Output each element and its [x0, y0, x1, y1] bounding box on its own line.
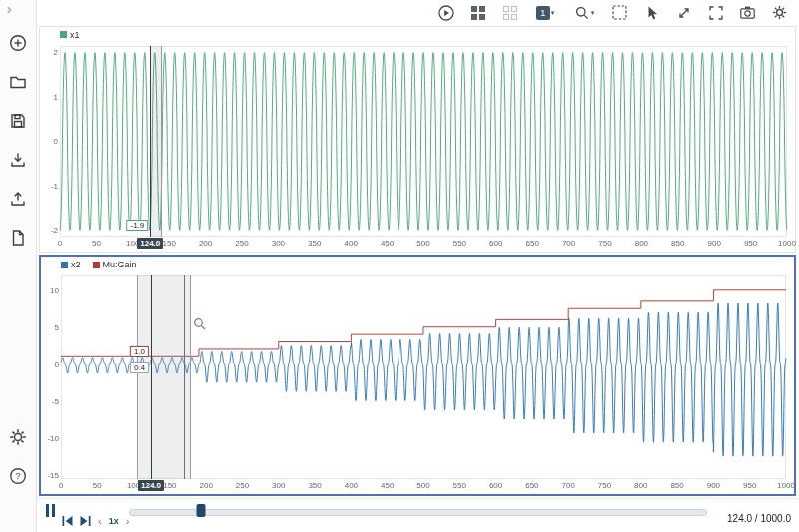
x-tick-label: 450: [381, 239, 394, 248]
cursor-value-badge: 1.0: [130, 346, 149, 357]
legend: x1: [60, 30, 80, 40]
y-tick-label: 0: [42, 137, 58, 146]
time-slider[interactable]: [129, 507, 707, 519]
x-tick-label: 850: [671, 239, 684, 248]
x-tick-label: 50: [92, 239, 101, 248]
app-window: ›: [0, 0, 799, 532]
secondary-cursor-line[interactable]: [184, 275, 185, 479]
step-controls: ‹ 1x ›: [62, 516, 129, 526]
speed-label[interactable]: 1x: [109, 516, 119, 526]
step-back-button[interactable]: [62, 516, 73, 526]
zoom-selection-band[interactable]: [137, 275, 191, 479]
step-forward-button[interactable]: [80, 516, 91, 526]
data-cursor-line[interactable]: [150, 46, 151, 237]
time-position-label: 124.0 / 1000.0: [727, 513, 791, 524]
settings-button[interactable]: [6, 425, 30, 449]
grid-layout-button[interactable]: [468, 3, 487, 22]
legend-swatch-icon: [93, 262, 100, 268]
grid-filled-icon: [470, 5, 486, 21]
zoom-selection-band[interactable]: [150, 46, 162, 237]
main-area: 1 ▾ ▾: [37, 0, 799, 532]
y-tick-label: -10: [43, 433, 59, 442]
slider-handle[interactable]: [196, 504, 205, 517]
slider-track[interactable]: [129, 509, 707, 516]
pause-button[interactable]: [46, 504, 55, 517]
chart-panel-x1[interactable]: x1 0501001502002503003504004505005506006…: [39, 26, 796, 253]
upload-icon: [8, 189, 28, 209]
data-cursor-line[interactable]: [151, 275, 152, 479]
speed-decrease-chevron[interactable]: ‹: [98, 516, 102, 526]
svg-text:?: ?: [15, 470, 20, 481]
legend-item[interactable]: x1: [60, 30, 80, 40]
x-tick-label: 650: [525, 481, 538, 490]
y-tick-label: -2: [42, 226, 58, 235]
play-circle-icon: [437, 4, 455, 22]
grid-outline-icon: [502, 5, 518, 21]
x-tick-label: 550: [453, 481, 466, 490]
display-select-button[interactable]: 1 ▾: [532, 3, 558, 22]
open-button[interactable]: [6, 70, 30, 94]
transport-bar: ‹ 1x › 124.0 / 1000.0: [37, 498, 799, 532]
x-tick-label: 0: [58, 239, 62, 248]
new-report-button[interactable]: [6, 226, 30, 250]
y-tick-label: 1: [42, 92, 58, 101]
y-tick-label: 0: [43, 359, 59, 368]
x-tick-label: 750: [598, 239, 611, 248]
x-tick-label: 950: [744, 239, 757, 248]
y-tick-label: 2: [42, 48, 58, 57]
legend-item[interactable]: Mu:Gain: [93, 260, 137, 269]
gear-icon: [771, 4, 788, 21]
x-tick-label: 350: [308, 239, 321, 248]
step-back-icon: [62, 516, 73, 526]
legend-swatch-icon: [60, 31, 67, 38]
legend: x2Mu:Gain: [61, 260, 137, 269]
folder-icon: [8, 72, 28, 92]
x-tick-label: 950: [743, 481, 756, 490]
x-tick-label: 800: [634, 481, 647, 490]
fullscreen-brackets-icon: [708, 5, 724, 21]
chevron-down-icon: ▾: [551, 9, 555, 17]
import-button[interactable]: [6, 148, 30, 172]
x-tick-label: 750: [598, 481, 611, 490]
chart-panel-x2-mu[interactable]: x2Mu:Gain 050100150200250300350400450500…: [39, 255, 796, 496]
collapse-panel-chevron-icon[interactable]: ›: [7, 2, 12, 16]
legend-label: x1: [70, 30, 80, 40]
plus-circle-icon: [8, 33, 28, 53]
floppy-save-icon: [8, 111, 28, 131]
legend-label: Mu:Gain: [103, 260, 137, 269]
step-forward-icon: [80, 516, 91, 526]
toolbar-settings-button[interactable]: [770, 3, 789, 22]
x-tick-label: 400: [345, 239, 358, 248]
x-tick-label: 500: [416, 239, 429, 248]
x-tick-label: 600: [489, 239, 502, 248]
display-number: 1: [536, 6, 550, 20]
expand-diagonal-button[interactable]: [674, 3, 693, 22]
top-toolbar: 1 ▾ ▾: [37, 0, 799, 26]
legend-item[interactable]: x2: [61, 260, 81, 269]
y-tick-label: -15: [43, 470, 59, 479]
x-tick-label: 450: [381, 481, 394, 490]
fit-to-view-button[interactable]: [610, 3, 629, 22]
zoom-options-button[interactable]: ▾: [571, 3, 597, 22]
x-tick-label: 350: [308, 481, 321, 490]
x-tick-label: 250: [236, 481, 249, 490]
pointer-tool-button[interactable]: [642, 3, 661, 22]
x-tick-label: 150: [163, 239, 176, 248]
legend-label: x2: [71, 260, 81, 269]
chevron-down-icon: ▾: [591, 9, 595, 17]
y-tick-label: 10: [43, 285, 59, 294]
snapshot-button[interactable]: [738, 3, 757, 22]
cursor-arrow-icon: [644, 5, 660, 21]
help-button[interactable]: ?: [6, 464, 30, 488]
grid-layout-alt-button[interactable]: [500, 3, 519, 22]
run-button[interactable]: [436, 3, 455, 22]
export-button[interactable]: [6, 187, 30, 211]
question-icon: ?: [8, 466, 28, 486]
x-tick-label: 600: [489, 481, 502, 490]
fullscreen-button[interactable]: [706, 3, 725, 22]
add-button[interactable]: [6, 31, 30, 55]
pause-bar-icon: [46, 504, 49, 517]
cursor-time-label: 124.0: [138, 480, 164, 491]
x-tick-label: 200: [200, 481, 213, 490]
save-button[interactable]: [6, 109, 30, 133]
